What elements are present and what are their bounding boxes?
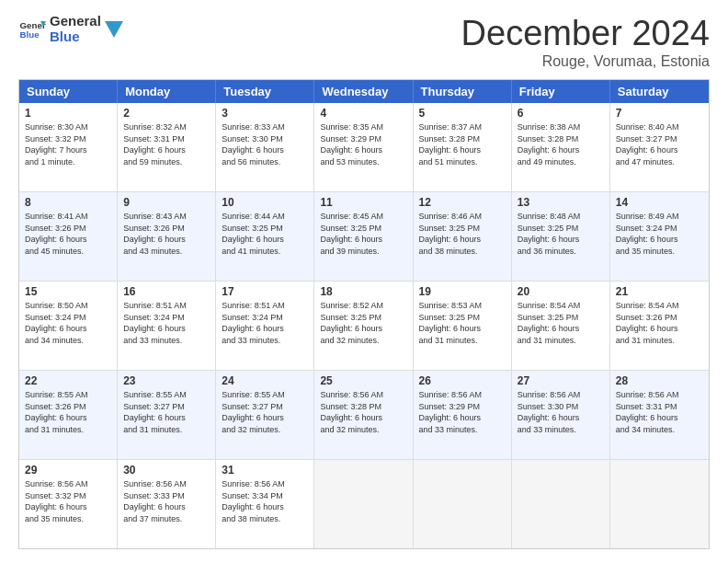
calendar-week-1: 1Sunrise: 8:30 AM Sunset: 3:32 PM Daylig… <box>19 103 709 192</box>
svg-text:Blue: Blue <box>20 29 40 40</box>
logo-general: General <box>50 14 101 29</box>
logo: General Blue General Blue <box>18 14 123 44</box>
day-info: Sunrise: 8:55 AM Sunset: 3:27 PM Dayligh… <box>123 389 210 435</box>
table-row: 19Sunrise: 8:53 AM Sunset: 3:25 PM Dayli… <box>414 282 512 370</box>
table-row: 27Sunrise: 8:56 AM Sunset: 3:30 PM Dayli… <box>512 371 610 459</box>
table-row: 28Sunrise: 8:56 AM Sunset: 3:31 PM Dayli… <box>610 371 709 459</box>
table-row <box>512 460 610 548</box>
day-number: 17 <box>222 285 308 298</box>
day-info: Sunrise: 8:51 AM Sunset: 3:24 PM Dayligh… <box>123 300 210 346</box>
day-info: Sunrise: 8:45 AM Sunset: 3:25 PM Dayligh… <box>320 211 406 257</box>
table-row: 13Sunrise: 8:48 AM Sunset: 3:25 PM Dayli… <box>512 192 610 281</box>
table-row: 9Sunrise: 8:43 AM Sunset: 3:26 PM Daylig… <box>118 192 216 281</box>
day-number: 4 <box>320 107 406 120</box>
day-info: Sunrise: 8:56 AM Sunset: 3:31 PM Dayligh… <box>616 389 703 435</box>
day-number: 15 <box>25 285 111 298</box>
day-info: Sunrise: 8:56 AM Sunset: 3:29 PM Dayligh… <box>419 389 506 435</box>
calendar: SundayMondayTuesdayWednesdayThursdayFrid… <box>18 79 710 549</box>
day-number: 5 <box>419 107 506 120</box>
table-row: 24Sunrise: 8:55 AM Sunset: 3:27 PM Dayli… <box>216 371 314 459</box>
day-number: 14 <box>616 196 703 209</box>
table-row: 25Sunrise: 8:56 AM Sunset: 3:28 PM Dayli… <box>314 371 413 459</box>
page-header: General Blue General Blue December 2024 … <box>18 14 710 70</box>
table-row: 4Sunrise: 8:35 AM Sunset: 3:29 PM Daylig… <box>314 103 413 191</box>
day-info: Sunrise: 8:52 AM Sunset: 3:25 PM Dayligh… <box>320 300 406 346</box>
table-row: 23Sunrise: 8:55 AM Sunset: 3:27 PM Dayli… <box>118 371 216 459</box>
table-row: 1Sunrise: 8:30 AM Sunset: 3:32 PM Daylig… <box>19 103 118 191</box>
day-number: 18 <box>320 285 406 298</box>
day-info: Sunrise: 8:41 AM Sunset: 3:26 PM Dayligh… <box>25 211 111 257</box>
day-number: 7 <box>616 107 703 120</box>
title-block: December 2024 Rouge, Vorumaa, Estonia <box>461 14 710 70</box>
table-row: 20Sunrise: 8:54 AM Sunset: 3:25 PM Dayli… <box>512 282 610 370</box>
day-info: Sunrise: 8:44 AM Sunset: 3:25 PM Dayligh… <box>222 211 308 257</box>
day-info: Sunrise: 8:55 AM Sunset: 3:26 PM Dayligh… <box>25 389 111 435</box>
table-row: 5Sunrise: 8:37 AM Sunset: 3:28 PM Daylig… <box>414 103 512 191</box>
day-header-sunday: Sunday <box>19 80 118 103</box>
logo-arrow-icon <box>105 21 123 38</box>
day-number: 13 <box>518 196 604 209</box>
calendar-week-2: 8Sunrise: 8:41 AM Sunset: 3:26 PM Daylig… <box>19 192 709 282</box>
day-info: Sunrise: 8:54 AM Sunset: 3:26 PM Dayligh… <box>616 300 703 346</box>
calendar-week-3: 15Sunrise: 8:50 AM Sunset: 3:24 PM Dayli… <box>19 282 709 371</box>
day-number: 12 <box>419 196 506 209</box>
day-number: 6 <box>518 107 604 120</box>
table-row: 18Sunrise: 8:52 AM Sunset: 3:25 PM Dayli… <box>314 282 413 370</box>
day-info: Sunrise: 8:55 AM Sunset: 3:27 PM Dayligh… <box>222 389 308 435</box>
day-header-tuesday: Tuesday <box>216 80 314 103</box>
location-label: Rouge, Vorumaa, Estonia <box>461 53 710 70</box>
day-info: Sunrise: 8:30 AM Sunset: 3:32 PM Dayligh… <box>25 121 111 167</box>
table-row: 22Sunrise: 8:55 AM Sunset: 3:26 PM Dayli… <box>19 371 118 459</box>
day-number: 20 <box>518 285 604 298</box>
day-number: 11 <box>320 196 406 209</box>
day-number: 25 <box>320 374 406 387</box>
day-number: 27 <box>518 374 604 387</box>
day-number: 16 <box>123 285 210 298</box>
table-row: 15Sunrise: 8:50 AM Sunset: 3:24 PM Dayli… <box>19 282 118 370</box>
day-info: Sunrise: 8:50 AM Sunset: 3:24 PM Dayligh… <box>25 300 111 346</box>
table-row: 29Sunrise: 8:56 AM Sunset: 3:32 PM Dayli… <box>19 460 118 548</box>
table-row: 7Sunrise: 8:40 AM Sunset: 3:27 PM Daylig… <box>610 103 709 191</box>
table-row: 10Sunrise: 8:44 AM Sunset: 3:25 PM Dayli… <box>216 192 314 281</box>
table-row <box>314 460 413 548</box>
logo-icon: General Blue <box>18 16 46 43</box>
day-number: 28 <box>616 374 703 387</box>
day-info: Sunrise: 8:56 AM Sunset: 3:33 PM Dayligh… <box>123 478 210 524</box>
table-row: 30Sunrise: 8:56 AM Sunset: 3:33 PM Dayli… <box>118 460 216 548</box>
day-info: Sunrise: 8:53 AM Sunset: 3:25 PM Dayligh… <box>419 300 506 346</box>
day-number: 24 <box>222 374 308 387</box>
day-info: Sunrise: 8:38 AM Sunset: 3:28 PM Dayligh… <box>518 121 604 167</box>
day-info: Sunrise: 8:32 AM Sunset: 3:31 PM Dayligh… <box>123 121 210 167</box>
table-row <box>414 460 512 548</box>
table-row: 12Sunrise: 8:46 AM Sunset: 3:25 PM Dayli… <box>414 192 512 281</box>
day-info: Sunrise: 8:56 AM Sunset: 3:34 PM Dayligh… <box>222 478 308 524</box>
logo-blue: Blue <box>50 29 101 45</box>
table-row: 14Sunrise: 8:49 AM Sunset: 3:24 PM Dayli… <box>610 192 709 281</box>
month-year-title: December 2024 <box>461 14 710 53</box>
day-number: 8 <box>25 196 111 209</box>
calendar-week-5: 29Sunrise: 8:56 AM Sunset: 3:32 PM Dayli… <box>19 460 709 548</box>
day-header-saturday: Saturday <box>610 80 709 103</box>
day-info: Sunrise: 8:37 AM Sunset: 3:28 PM Dayligh… <box>419 121 506 167</box>
calendar-week-4: 22Sunrise: 8:55 AM Sunset: 3:26 PM Dayli… <box>19 371 709 460</box>
calendar-header: SundayMondayTuesdayWednesdayThursdayFrid… <box>19 80 709 103</box>
day-info: Sunrise: 8:33 AM Sunset: 3:30 PM Dayligh… <box>222 121 308 167</box>
table-row: 31Sunrise: 8:56 AM Sunset: 3:34 PM Dayli… <box>216 460 314 548</box>
day-number: 19 <box>419 285 506 298</box>
day-number: 31 <box>222 464 308 477</box>
day-info: Sunrise: 8:35 AM Sunset: 3:29 PM Dayligh… <box>320 121 406 167</box>
day-number: 10 <box>222 196 308 209</box>
calendar-body: 1Sunrise: 8:30 AM Sunset: 3:32 PM Daylig… <box>19 103 709 548</box>
day-number: 23 <box>123 374 210 387</box>
day-info: Sunrise: 8:49 AM Sunset: 3:24 PM Dayligh… <box>616 211 703 257</box>
table-row: 26Sunrise: 8:56 AM Sunset: 3:29 PM Dayli… <box>414 371 512 459</box>
day-header-thursday: Thursday <box>414 80 512 103</box>
day-header-friday: Friday <box>512 80 610 103</box>
day-number: 1 <box>25 107 111 120</box>
day-number: 29 <box>25 464 111 477</box>
day-number: 26 <box>419 374 506 387</box>
day-number: 30 <box>123 464 210 477</box>
table-row: 2Sunrise: 8:32 AM Sunset: 3:31 PM Daylig… <box>118 103 216 191</box>
table-row: 6Sunrise: 8:38 AM Sunset: 3:28 PM Daylig… <box>512 103 610 191</box>
day-number: 21 <box>616 285 703 298</box>
